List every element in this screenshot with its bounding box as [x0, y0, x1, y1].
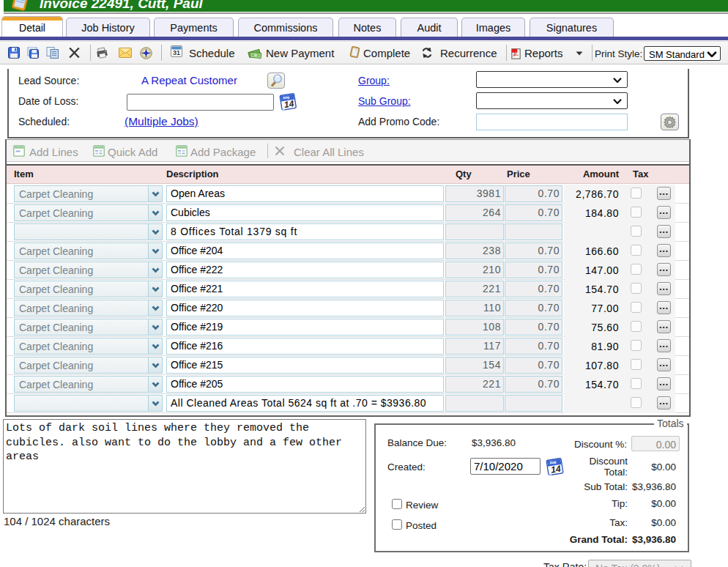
svg-text:14: 14 — [283, 98, 295, 110]
svg-text:31: 31 — [173, 49, 180, 56]
